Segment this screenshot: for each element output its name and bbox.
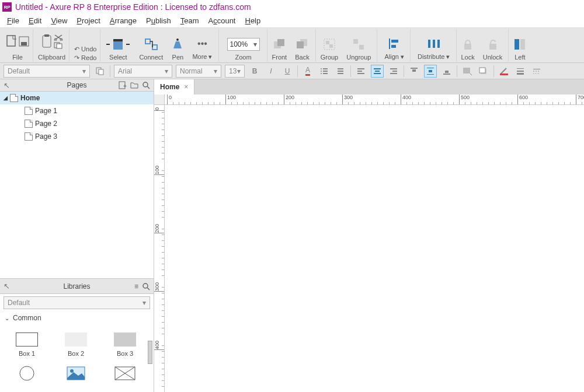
menu-team[interactable]: Team [176,15,204,26]
menu-help[interactable]: Help [240,15,265,26]
align-center-button[interactable] [371,65,384,78]
svg-rect-67 [517,71,524,72]
tool-more[interactable]: ••• More ▾ [189,29,218,62]
library-grid: Box 1 Box 2 Box 3 [0,324,154,392]
save-icon[interactable] [19,36,29,47]
tool-select[interactable]: Select [102,29,134,62]
valign-top-button[interactable] [408,65,420,78]
tool-back[interactable]: Back [291,29,315,62]
tool-ungroup[interactable]: Ungroup [343,29,377,62]
border-style-button[interactable] [530,65,543,78]
menu-project[interactable]: Project [72,15,105,26]
align-right-button[interactable] [387,65,400,78]
menu-publish[interactable]: Publish [141,15,176,26]
svg-rect-33 [515,39,519,50]
menu-edit[interactable]: Edit [24,15,46,26]
valign-bottom-button[interactable] [440,65,453,78]
svg-point-41 [321,73,322,74]
tool-align[interactable]: Align ▾ [378,29,411,62]
style-combo[interactable]: Default▾ [4,65,90,78]
libraries-menu-icon[interactable]: ≡ [134,282,138,290]
menu-account[interactable]: Account [204,15,241,26]
tool-distribute[interactable]: Distribute ▾ [412,29,457,62]
pages-collapse-icon[interactable]: ↖ [4,81,10,90]
tool-front[interactable]: Front [269,29,291,62]
svg-rect-52 [390,68,397,69]
lib-item-placeholder[interactable] [100,362,150,388]
tab-close-icon[interactable]: × [184,83,188,91]
page-row-home[interactable]: ◢ Home [0,92,154,104]
library-section-common[interactable]: ⌄ Common [0,312,154,324]
libraries-collapse-icon[interactable]: ↖ [4,282,10,290]
page-row[interactable]: Page 3 [0,130,154,143]
library-scrollbar[interactable] [148,341,152,364]
add-folder-icon[interactable] [130,81,138,89]
menu-file[interactable]: File [2,15,24,26]
copy-style-icon[interactable] [93,65,106,78]
svg-rect-43 [338,68,343,69]
libraries-panel: ↖ Libraries ≡ Default▾ ⌄ Common Box 1 [0,278,154,392]
tool-unlock[interactable]: Unlock [479,29,509,62]
svg-rect-44 [338,71,343,72]
tool-pen[interactable]: Pen [168,29,187,62]
svg-rect-30 [437,40,440,48]
text-color-button[interactable]: A [301,65,314,78]
vertical-ruler[interactable]: 0100200300400 [154,105,165,392]
add-page-icon[interactable]: + [119,81,127,89]
tool-lock[interactable]: Lock [458,29,478,62]
valign-middle-button[interactable] [424,65,437,78]
menu-arrange[interactable]: Arrange [105,15,141,26]
fill-color-button[interactable] [461,65,474,78]
tool-zoom: 100%▾ Zoom [220,29,267,62]
lib-item-ellipse[interactable] [2,362,51,388]
svg-rect-65 [500,74,508,75]
undo-button[interactable]: ↶ Undo [74,46,96,53]
outer-shadow-button[interactable] [477,65,490,78]
tool-connect[interactable]: Connect [135,29,166,62]
svg-rect-0 [7,36,15,46]
tab-home[interactable]: Home × [154,79,194,94]
zoom-combo[interactable]: 100%▾ [227,38,260,51]
tool-group-btn[interactable]: Group [317,29,342,62]
bullets-button[interactable] [318,65,331,78]
tool-group-undo: ↶ Undo ↷ Redo [71,29,100,62]
underline-button[interactable]: U [281,65,294,78]
lib-item-box3[interactable]: Box 3 [100,328,150,362]
svg-rect-54 [390,73,397,74]
search-pages-icon[interactable] [142,81,150,89]
new-file-icon[interactable] [6,34,18,48]
svg-text:+: + [123,83,127,89]
lib-item-image[interactable] [51,362,100,388]
svg-point-37 [321,68,322,69]
size-combo[interactable]: 13▾ [225,65,245,78]
redo-button[interactable]: ↷ Redo [74,54,96,62]
font-combo[interactable]: Arial▾ [114,65,172,78]
page-label: Home [20,94,40,102]
expand-icon[interactable]: ◢ [4,95,8,101]
tool-group-file: File [2,29,33,62]
workspace: ↖ Pages + ◢ Home Page 1 Page 2 [0,79,584,392]
border-color-button[interactable] [498,65,510,78]
lib-item-box1[interactable]: Box 1 [2,328,51,362]
page-row[interactable]: Page 1 [0,104,154,117]
menu-view[interactable]: View [46,15,72,26]
weight-combo[interactable]: Normal▾ [176,65,221,78]
library-select[interactable]: Default▾ [4,296,150,309]
align-left-button[interactable] [354,65,367,78]
page-label: Page 1 [35,107,57,115]
lib-item-box2[interactable]: Box 2 [51,328,100,362]
horizontal-ruler[interactable]: 0100200300400500600700 [165,94,584,105]
border-width-button[interactable] [514,65,527,78]
paste-icon[interactable] [41,34,53,48]
italic-button[interactable]: I [265,65,277,78]
page-row[interactable]: Page 2 [0,117,154,130]
svg-rect-27 [391,45,396,48]
bold-button[interactable]: B [248,65,261,78]
page-icon [25,120,33,128]
cut-icon[interactable] [54,34,63,41]
search-libraries-icon[interactable] [142,282,150,290]
copy-icon[interactable] [54,42,63,49]
line-height-button[interactable] [334,65,347,78]
tool-left[interactable]: Left [510,29,530,62]
canvas[interactable] [165,105,584,392]
